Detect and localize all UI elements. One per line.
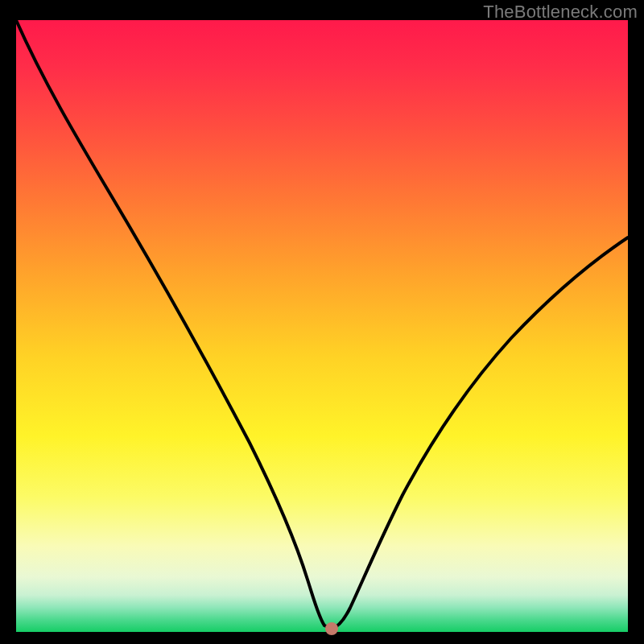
optimal-point-marker <box>325 622 338 635</box>
curve-svg <box>16 20 628 632</box>
bottleneck-curve <box>16 20 628 629</box>
plot-area <box>16 20 628 632</box>
chart-stage: TheBottleneck.com <box>0 0 644 644</box>
